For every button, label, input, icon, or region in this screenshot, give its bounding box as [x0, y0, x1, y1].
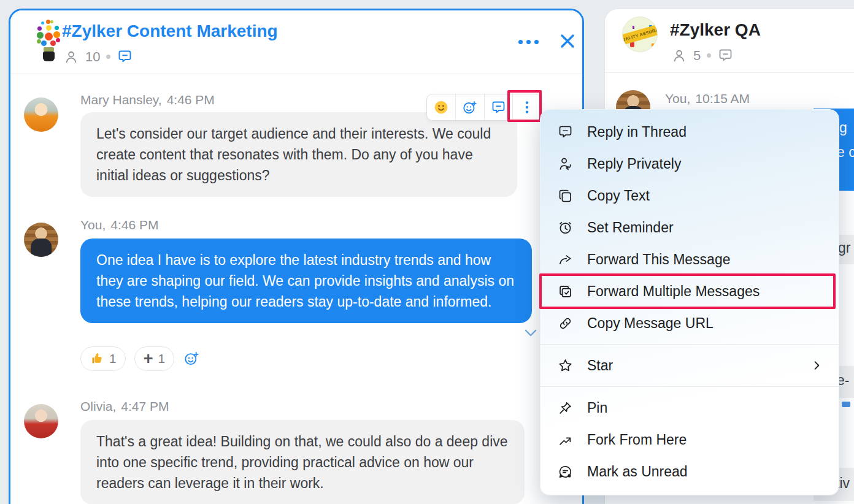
menu-item-label: Reply in Thread: [587, 124, 687, 140]
menu-item-fork-from-here[interactable]: Fork From Here: [540, 424, 839, 456]
channel-title[interactable]: #Zylker QA: [670, 20, 761, 40]
avatar-olivia[interactable]: [24, 404, 58, 438]
bubble-text-fragment: g: [839, 120, 847, 136]
message-bubble-incoming[interactable]: Let's consider our target audience and t…: [80, 112, 517, 197]
members-icon[interactable]: [671, 48, 687, 64]
reaction-count: 1: [109, 351, 117, 366]
menu-item-label: Reply Privately: [587, 156, 681, 172]
reply-in-thread-icon: [556, 123, 574, 140]
forward-multiple-messages-icon: [556, 283, 574, 300]
menu-item-reply-in-thread[interactable]: Reply in Thread: [540, 116, 839, 148]
threads-icon[interactable]: [117, 48, 133, 65]
message-author-time: Olivia,4:47 PM: [80, 399, 169, 414]
menu-item-label: Pin: [587, 400, 607, 416]
menu-item-label: Fork From Here: [587, 432, 687, 448]
copy-text-icon: [556, 187, 574, 204]
menu-item-pin[interactable]: Pin: [540, 392, 839, 424]
menu-item-label: Mark as Unread: [587, 464, 688, 480]
channel-meta: 10: [63, 48, 133, 65]
lightbulb-base: [43, 52, 55, 61]
author-name: Olivia,: [80, 399, 116, 413]
menu-item-label: Forward This Message: [587, 251, 731, 268]
app-background: { "left_panel": { "title": "#Zylker Cont…: [0, 0, 854, 504]
channel-avatar-qa[interactable]: QUALITY ASSURANCE: [622, 17, 658, 52]
more-options-kebab-icon[interactable]: [513, 94, 541, 120]
message-context-menu: Reply in Thread Reply Privately Copy Tex…: [540, 109, 839, 495]
chat-header: QUALITY ASSURANCE #Zylker QA 5: [605, 9, 854, 73]
members-icon[interactable]: [63, 49, 79, 65]
menu-item-mark-as-unread[interactable]: Mark as Unread: [540, 456, 839, 487]
channel-avatar-lightbulb[interactable]: [30, 18, 63, 66]
menu-item-set-reminder[interactable]: Set Reminder: [540, 212, 839, 243]
fork-from-here-icon: [556, 431, 574, 448]
menu-item-copy-message-url[interactable]: Copy Message URL: [540, 307, 839, 339]
qa-ribbon-label: QUALITY ASSURANCE: [622, 23, 658, 46]
thumbs-up-icon: [90, 351, 104, 366]
menu-divider: [540, 344, 839, 345]
menu-item-forward-this-message[interactable]: Forward This Message: [540, 243, 839, 275]
menu-divider: [540, 386, 839, 387]
message-hover-toolbar: [426, 94, 542, 121]
channel-title[interactable]: #Zylker Content Marketing: [62, 21, 278, 41]
add-reaction-icon[interactable]: [183, 350, 200, 367]
menu-item-star[interactable]: Star: [540, 349, 839, 381]
reply-in-thread-icon[interactable]: [485, 94, 514, 120]
author-name: You,: [665, 91, 690, 105]
reactions-row: 1 + 1: [80, 346, 200, 371]
avatar-mary[interactable]: [24, 97, 58, 132]
message-bubble-outgoing[interactable]: One idea I have is to explore the latest…: [80, 239, 532, 323]
reaction-count: 1: [158, 351, 165, 366]
member-count: 10: [85, 49, 100, 65]
copy-message-url-icon: [556, 315, 574, 332]
separator-dot: [707, 53, 711, 58]
message-time: 4:46 PM: [110, 218, 158, 232]
plus-icon: +: [144, 351, 153, 367]
message-author-time: You,10:15 AM: [665, 91, 750, 106]
message-author-time: You,4:46 PM: [80, 218, 159, 232]
message-bubble-incoming[interactable]: That's a great idea! Building on that, w…: [80, 420, 525, 504]
menu-item-label: Star: [587, 357, 613, 374]
smiley-emoji-icon[interactable]: [427, 94, 456, 120]
message-time: 10:15 AM: [695, 91, 750, 105]
mark-as-unread-icon: [556, 463, 574, 480]
message-author-time: Mary Hansley,4:46 PM: [80, 93, 215, 107]
member-count: 5: [693, 48, 701, 64]
lightbulb-icon: [45, 32, 53, 40]
pin-icon: [556, 399, 574, 416]
reaction-plus[interactable]: + 1: [134, 346, 174, 371]
set-reminder-icon: [556, 219, 574, 236]
submenu-chevron-icon: [810, 359, 823, 372]
star-icon: [556, 357, 574, 374]
chat-window-content-marketing: #Zylker Content Marketing 10 Mary Hansle…: [9, 9, 584, 504]
author-name: Mary Hansley,: [80, 93, 162, 107]
chat-options-ellipsis-icon[interactable]: [518, 40, 539, 44]
menu-item-label: Copy Message URL: [587, 315, 714, 332]
chat-header: #Zylker Content Marketing 10: [10, 10, 582, 74]
message-time: 4:47 PM: [121, 399, 169, 413]
menu-item-label: Copy Text: [587, 188, 650, 204]
message-time: 4:46 PM: [167, 93, 215, 107]
close-icon[interactable]: [556, 30, 579, 52]
avatar-you[interactable]: [24, 223, 58, 257]
reaction-thumbs-up[interactable]: 1: [80, 346, 126, 371]
reply-privately-icon: [556, 155, 574, 172]
lightbulb-neck: [44, 47, 54, 52]
add-reaction-icon[interactable]: [456, 94, 485, 120]
scroll-down-chevron-icon[interactable]: [523, 328, 538, 339]
author-name: You,: [80, 218, 106, 232]
forward-this-message-icon: [556, 251, 574, 268]
menu-item-label: Set Reminder: [587, 220, 674, 236]
menu-item-copy-text[interactable]: Copy Text: [540, 180, 839, 212]
bubble-text-fragment: e c: [837, 144, 854, 161]
channel-meta: 5: [671, 47, 734, 64]
threads-icon[interactable]: [717, 47, 734, 64]
menu-item-reply-privately[interactable]: Reply Privately: [540, 148, 839, 180]
menu-item-forward-multiple-messages[interactable]: Forward Multiple Messages: [540, 275, 839, 307]
separator-dot: [106, 55, 110, 59]
obscured-link-fragment: [842, 402, 850, 407]
menu-item-label: Forward Multiple Messages: [587, 283, 760, 300]
bubble-text-fragment: gr: [838, 240, 850, 256]
